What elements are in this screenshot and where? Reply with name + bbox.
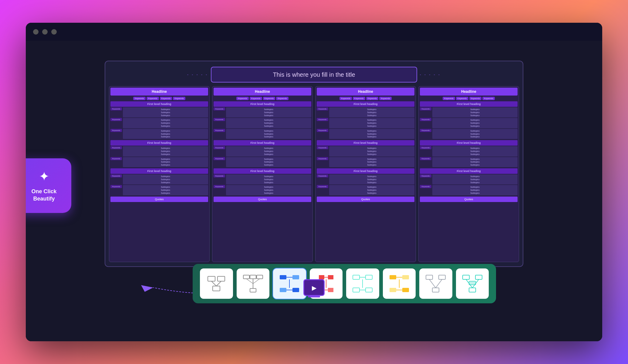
svg-rect-17 bbox=[292, 288, 299, 292]
svg-rect-3 bbox=[218, 276, 225, 281]
traffic-light-minimize[interactable] bbox=[42, 29, 48, 35]
svg-marker-24 bbox=[328, 288, 333, 292]
svg-rect-52 bbox=[469, 281, 476, 285]
video-icon-box[interactable]: ▶ bbox=[303, 279, 325, 296]
slide-title-bar[interactable]: This is where you fill in the title bbox=[211, 67, 417, 83]
icon-card-flowchart-teal2[interactable] bbox=[456, 268, 489, 299]
svg-marker-0 bbox=[141, 285, 153, 292]
svg-rect-14 bbox=[280, 275, 286, 279]
svg-rect-38 bbox=[402, 288, 409, 292]
icon-strip bbox=[193, 264, 496, 303]
ocb-label: One Click Beautify bbox=[31, 188, 56, 202]
svg-rect-15 bbox=[292, 275, 299, 279]
svg-rect-28 bbox=[353, 275, 360, 279]
svg-line-12 bbox=[246, 279, 253, 284]
svg-rect-49 bbox=[469, 288, 476, 292]
svg-marker-21 bbox=[319, 275, 324, 279]
svg-rect-9 bbox=[250, 275, 256, 279]
slide-column-2: HeadlineKeywordsKeywordsKeywordsKeywords… bbox=[315, 86, 416, 262]
play-icon: ▶ bbox=[312, 284, 316, 291]
svg-rect-7 bbox=[243, 275, 249, 279]
icon-card-flowchart-blue[interactable] bbox=[273, 268, 306, 299]
svg-rect-43 bbox=[439, 275, 445, 279]
icon-card-flowchart-gray[interactable] bbox=[419, 268, 452, 299]
columns-area: HeadlineKeywordsKeywordsKeywordsKeywords… bbox=[105, 86, 523, 262]
svg-rect-44 bbox=[432, 288, 439, 292]
icon-card-flowchart-outline[interactable] bbox=[200, 268, 233, 299]
slide-column-0: HeadlineKeywordsKeywordsKeywordsKeywords… bbox=[109, 86, 210, 262]
svg-rect-2 bbox=[208, 276, 215, 281]
svg-rect-10 bbox=[250, 288, 256, 292]
browser-titlebar bbox=[26, 23, 602, 41]
ocb-badge[interactable]: ✦ One Click Beautify bbox=[26, 158, 71, 213]
svg-rect-48 bbox=[475, 275, 482, 279]
traffic-light-maximize[interactable] bbox=[51, 29, 57, 35]
svg-rect-31 bbox=[366, 288, 372, 292]
svg-line-13 bbox=[253, 279, 260, 284]
browser-window: ✦ One Click Beautify This is where you f… bbox=[26, 23, 602, 341]
svg-rect-37 bbox=[390, 288, 396, 292]
slide-column-3: HeadlineKeywordsKeywordsKeywordsKeywords… bbox=[418, 86, 519, 262]
svg-rect-8 bbox=[257, 275, 263, 279]
slide-container: This is where you fill in the title Head… bbox=[105, 61, 523, 267]
svg-rect-36 bbox=[402, 275, 409, 279]
slide-title: This is where you fill in the title bbox=[273, 71, 355, 78]
monitor-base bbox=[308, 296, 320, 298]
svg-line-6 bbox=[216, 281, 221, 286]
svg-line-46 bbox=[436, 279, 442, 288]
icon-card-flowchart-outline-multi[interactable] bbox=[237, 268, 270, 299]
svg-line-45 bbox=[429, 279, 436, 288]
browser-content: ✦ One Click Beautify This is where you f… bbox=[26, 41, 602, 341]
svg-rect-29 bbox=[366, 275, 372, 279]
svg-rect-16 bbox=[280, 288, 286, 292]
presentation-area: This is where you fill in the title Head… bbox=[105, 61, 523, 309]
icon-card-flowchart-yellow[interactable] bbox=[383, 268, 416, 299]
slide-column-1: HeadlineKeywordsKeywordsKeywordsKeywords… bbox=[212, 86, 313, 262]
svg-rect-42 bbox=[426, 275, 433, 279]
svg-marker-22 bbox=[328, 275, 333, 279]
svg-rect-47 bbox=[463, 275, 469, 279]
traffic-light-close[interactable] bbox=[33, 29, 39, 35]
svg-rect-4 bbox=[213, 286, 220, 291]
svg-line-5 bbox=[211, 281, 216, 286]
svg-rect-35 bbox=[390, 275, 396, 279]
icon-card-flowchart-teal[interactable] bbox=[346, 268, 379, 299]
sparkle-icon: ✦ bbox=[39, 169, 49, 184]
svg-rect-30 bbox=[353, 288, 360, 292]
